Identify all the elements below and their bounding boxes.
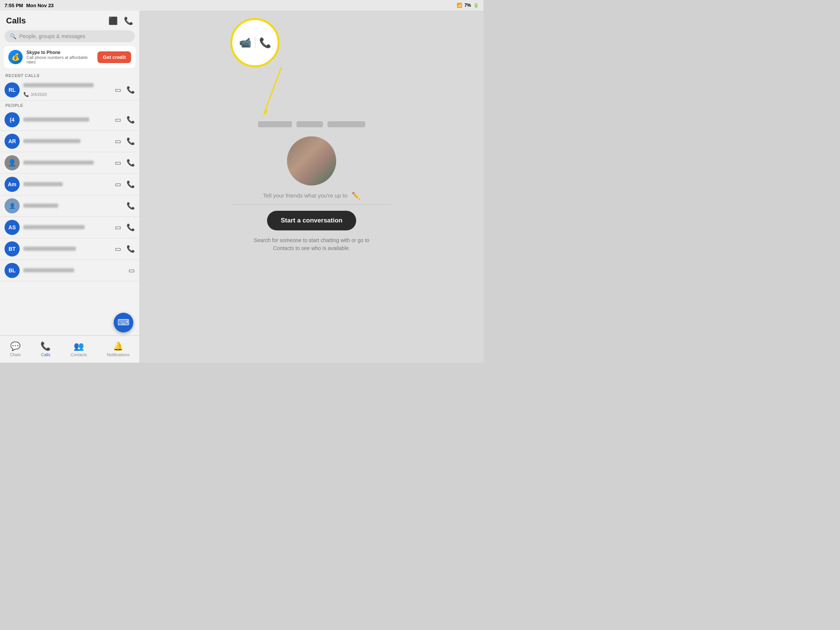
profile-section: Tell your friends what you're up to ✏️ S…	[232, 121, 391, 252]
contact-name	[24, 161, 94, 165]
phone-call-icon[interactable]: 📞	[126, 159, 135, 167]
header-icons: ⬛ 📞	[108, 16, 133, 25]
table-row[interactable]: AR ▭ 📞	[0, 131, 139, 152]
video-tooltip-icon: 📹	[239, 37, 251, 49]
nav-item-calls[interactable]: 📞 Calls	[35, 339, 57, 359]
contact-actions: ▭ 📞	[115, 137, 135, 145]
phone-call-icon[interactable]: 📞	[126, 202, 135, 210]
dialpad-icon: ⌨	[117, 317, 129, 327]
video-call-icon[interactable]: ▭	[128, 266, 135, 275]
search-placeholder: People, groups & messages	[19, 33, 85, 39]
table-row[interactable]: 👤 📞	[0, 195, 139, 217]
recent-calls-label: RECENT CALLS	[0, 71, 139, 79]
table-row[interactable]: RL 📞 3/4/2020 ▭ 📞	[0, 79, 139, 101]
table-row[interactable]: AS ▭ 📞	[0, 217, 139, 238]
table-row[interactable]: 👤 ▭ 📞	[0, 152, 139, 174]
table-row[interactable]: Am ▭ 📞	[0, 174, 139, 195]
search-bar[interactable]: 🔍 People, groups & messages	[5, 30, 135, 42]
skype-banner-subtitle: Call phone numbers at affordable rates	[27, 55, 94, 64]
video-call-icon[interactable]: ▭	[115, 245, 121, 253]
contact-actions: ▭ 📞	[115, 180, 135, 188]
phone-call-icon[interactable]: 📞	[126, 223, 135, 232]
contact-info: 📞 3/4/2020	[24, 83, 111, 97]
avatar: 👤	[5, 198, 20, 213]
contact-name	[24, 83, 94, 87]
svg-line-0	[264, 67, 281, 112]
bottom-nav: 💬 Chats 📞 Calls 👥 Contacts 🔔 Notificatio…	[0, 335, 139, 363]
phone-call-icon[interactable]: 📞	[126, 180, 135, 188]
skype-banner-text: Skype to Phone Call phone numbers at aff…	[27, 50, 94, 64]
phone-call-icon[interactable]: 📞	[126, 86, 135, 94]
avatar: AR	[5, 134, 20, 149]
nav-label-contacts: Contacts	[71, 352, 87, 357]
video-call-icon[interactable]: ▭	[115, 223, 121, 232]
contact-info	[24, 116, 111, 123]
status-text-row: Tell your friends what you're up to ✏️	[232, 191, 391, 205]
edit-status-icon[interactable]: ✏️	[352, 191, 360, 200]
contacts-icon: 👥	[74, 341, 84, 351]
avatar: (4	[5, 112, 20, 127]
battery-display: 7%	[464, 3, 471, 8]
nav-label-calls: Calls	[41, 352, 50, 357]
contact-actions: ▭ 📞	[115, 159, 135, 167]
panel-header: Calls ⬛ 📞	[0, 11, 139, 29]
avatar: BT	[5, 242, 20, 256]
tooltip-arrow	[261, 67, 283, 116]
phone-call-icon[interactable]: 📞	[126, 245, 135, 253]
video-call-icon[interactable]: ▭	[115, 115, 121, 124]
status-bar: 7:55 PM Mon Nov 23 📶 7% 🔋	[0, 0, 483, 11]
contact-actions: ▭ 📞	[115, 245, 135, 253]
name-bar-2	[297, 121, 323, 127]
contact-actions: ▭ 📞	[115, 86, 135, 94]
avatar: 👤	[5, 155, 20, 171]
date-display: Mon Nov 23	[26, 3, 54, 8]
contact-name	[24, 117, 89, 122]
contact-name	[24, 268, 74, 272]
phone-call-icon[interactable]: 📞	[126, 115, 135, 124]
call-icon-small: 📞	[24, 92, 29, 97]
video-call-icon[interactable]: ▭	[115, 159, 121, 167]
battery-icon: 🔋	[473, 3, 479, 8]
wifi-icon: 📶	[456, 3, 462, 8]
nav-item-chats[interactable]: 💬 Chats	[4, 339, 27, 359]
status-bar-left: 7:55 PM Mon Nov 23	[5, 3, 54, 8]
nav-item-contacts[interactable]: 👥 Contacts	[65, 339, 93, 359]
nav-label-notifications: Notifications	[107, 352, 129, 357]
name-bar-3	[327, 121, 365, 127]
phone-tooltip-icon: 📞	[259, 37, 271, 49]
add-call-button[interactable]: 📞	[124, 16, 133, 25]
right-panel: 📹 📞 Tell your friends wha	[140, 11, 483, 363]
nav-label-chats: Chats	[10, 352, 21, 357]
table-row[interactable]: BL ▭	[0, 260, 139, 281]
video-call-icon[interactable]: ▭	[115, 86, 121, 94]
contact-info	[24, 138, 111, 145]
contact-name	[24, 139, 81, 143]
get-credit-button[interactable]: Get credit	[98, 51, 131, 63]
dialpad-fab[interactable]: ⌨	[114, 313, 133, 332]
contact-name	[24, 204, 58, 208]
chat-icon: 💬	[10, 341, 21, 351]
status-bar-right: 📶 7% 🔋	[456, 3, 479, 8]
start-conversation-button[interactable]: Start a conversation	[267, 211, 356, 231]
contact-info	[24, 181, 111, 188]
skype-banner-icon: 💰	[8, 50, 23, 64]
video-call-icon[interactable]: ▭	[115, 180, 121, 188]
contact-name	[24, 182, 63, 186]
contact-actions: 📞	[126, 202, 135, 210]
skype-banner-title: Skype to Phone	[27, 50, 94, 55]
video-call-icon[interactable]: ▭	[115, 137, 121, 145]
contact-info	[24, 267, 125, 274]
video-call-button[interactable]: ⬛	[108, 16, 118, 25]
table-row[interactable]: (4 ▭ 📞	[0, 109, 139, 131]
contact-actions: ▭	[128, 266, 135, 275]
contact-info	[24, 202, 123, 209]
phone-call-icon[interactable]: 📞	[126, 137, 135, 145]
table-row[interactable]: BT ▭ 📞	[0, 238, 139, 260]
divider	[255, 37, 255, 48]
avatar: BL	[5, 263, 20, 278]
nav-item-notifications[interactable]: 🔔 Notifications	[101, 339, 136, 359]
contact-info	[24, 224, 111, 231]
contact-info	[24, 245, 111, 252]
svg-marker-1	[262, 109, 267, 116]
avatar: Am	[5, 177, 20, 192]
